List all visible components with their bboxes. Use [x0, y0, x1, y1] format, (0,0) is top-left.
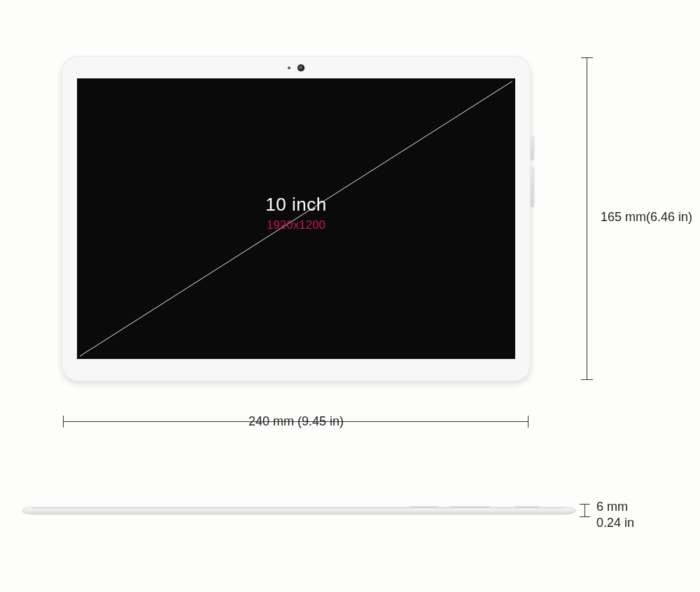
thickness-in: 0.24 in	[596, 516, 634, 530]
thickness-dimension-label: 6 mm 0.24 in	[596, 499, 634, 530]
thickness-mm: 6 mm	[596, 500, 628, 514]
tablet-front: 10 inch 1920x1200	[62, 56, 531, 381]
tablet-screen: 10 inch 1920x1200	[77, 78, 515, 359]
height-guide-cap-bottom	[581, 379, 593, 380]
side-button-bottom	[531, 167, 533, 207]
svg-rect-3	[449, 507, 490, 508]
thickness-guide-cap-top	[580, 504, 590, 505]
height-dimension-label: 165 mm(6.46 in)	[601, 210, 692, 225]
front-camera-icon	[298, 64, 304, 71]
side-button-top	[531, 136, 533, 160]
screen-label-block: 10 inch 1920x1200	[265, 194, 326, 233]
screen-diagonal-text: 10 inch	[265, 194, 326, 217]
sensor-dot-icon	[288, 66, 290, 69]
height-guide-line	[587, 57, 587, 379]
camera-cluster	[288, 64, 304, 71]
tablet-profile	[21, 502, 577, 518]
width-dimension-label: 240 mm (9.45 in)	[0, 414, 592, 429]
thickness-guide-cap-bottom	[580, 516, 590, 517]
svg-rect-4	[515, 507, 539, 508]
height-guide-cap-top	[581, 57, 593, 58]
thickness-guide-line	[584, 504, 585, 516]
screen-resolution-text: 1920x1200	[265, 218, 326, 232]
svg-rect-2	[410, 507, 439, 508]
